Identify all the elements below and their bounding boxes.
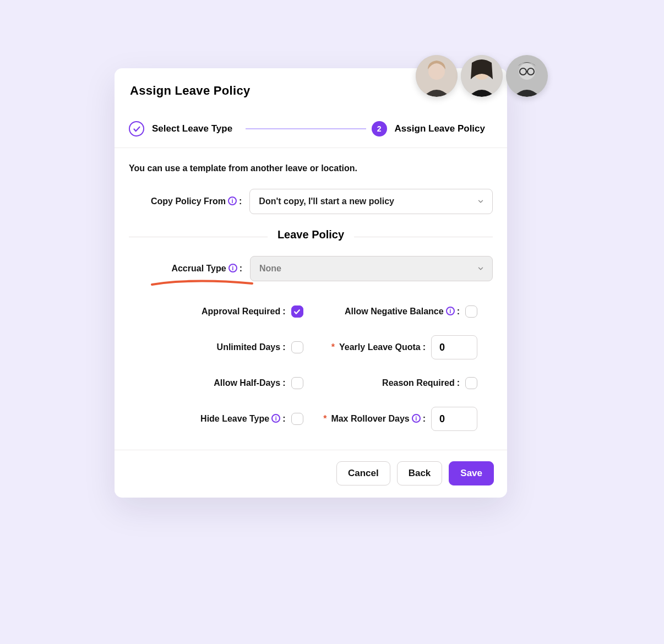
unlimited-days-checkbox[interactable]: [291, 341, 303, 353]
assign-leave-policy-dialog: Assign Leave Policy Select Leave Type 2 …: [115, 68, 507, 498]
step-2-badge[interactable]: 2: [372, 121, 387, 137]
user-avatar-group: [416, 55, 548, 97]
max-rollover-label: * Max Rollover Days i :: [323, 414, 426, 424]
save-button[interactable]: Save: [449, 461, 494, 485]
chevron-down-icon: [477, 198, 485, 205]
reason-required-label: Reason Required:: [382, 378, 460, 388]
check-icon: [133, 125, 141, 133]
approval-required-checkbox[interactable]: [291, 305, 303, 318]
stepper: Select Leave Type 2 Assign Leave Policy: [115, 109, 507, 148]
intro-text: You can use a template from another leav…: [129, 163, 493, 173]
accrual-type-label: Accrual Type i :: [129, 264, 242, 274]
allow-half-days-checkbox[interactable]: [291, 377, 303, 389]
back-button[interactable]: Back: [397, 461, 443, 485]
copy-policy-label: Copy Policy From i :: [151, 197, 242, 206]
check-icon: [293, 308, 301, 315]
info-icon[interactable]: i: [446, 307, 455, 315]
copy-policy-select[interactable]: Don't copy, I'll start a new policy: [249, 189, 493, 214]
avatar: [506, 55, 548, 97]
hide-leave-type-label: Hide Leave Type i :: [200, 414, 285, 424]
accrual-type-select[interactable]: None: [250, 256, 493, 281]
step-1-label: Select Leave Type: [152, 123, 232, 134]
cancel-button[interactable]: Cancel: [336, 461, 390, 485]
step-2-label: Assign Leave Policy: [395, 123, 485, 134]
allow-negative-balance-label: Allow Negative Balance i :: [345, 307, 460, 316]
reason-required-checkbox[interactable]: [465, 377, 477, 389]
accrual-type-value: None: [259, 264, 281, 274]
approval-required-label: Approval Required:: [202, 307, 285, 316]
step-2-number: 2: [377, 124, 382, 133]
yearly-quota-label: * Yearly Leave Quota:: [331, 342, 426, 352]
info-icon[interactable]: i: [228, 197, 237, 205]
info-icon[interactable]: i: [271, 414, 280, 423]
info-icon[interactable]: i: [412, 414, 421, 423]
leave-policy-section-header: Leave Policy: [129, 228, 493, 245]
max-rollover-input[interactable]: [431, 407, 477, 431]
step-1-badge[interactable]: [129, 121, 144, 137]
info-icon[interactable]: i: [228, 264, 237, 272]
avatar: [461, 55, 503, 97]
allow-negative-balance-checkbox[interactable]: [465, 305, 477, 318]
avatar: [416, 55, 458, 97]
hide-leave-type-checkbox[interactable]: [291, 413, 303, 425]
copy-policy-value: Don't copy, I'll start a new policy: [259, 197, 394, 206]
allow-half-days-label: Allow Half-Days:: [214, 378, 285, 388]
highlight-underline: [150, 278, 254, 289]
unlimited-days-label: Unlimited Days:: [217, 342, 286, 352]
chevron-down-icon: [477, 265, 485, 272]
dialog-footer: Cancel Back Save: [115, 450, 507, 498]
stepper-connector: [246, 128, 366, 129]
yearly-quota-input[interactable]: [431, 335, 477, 359]
